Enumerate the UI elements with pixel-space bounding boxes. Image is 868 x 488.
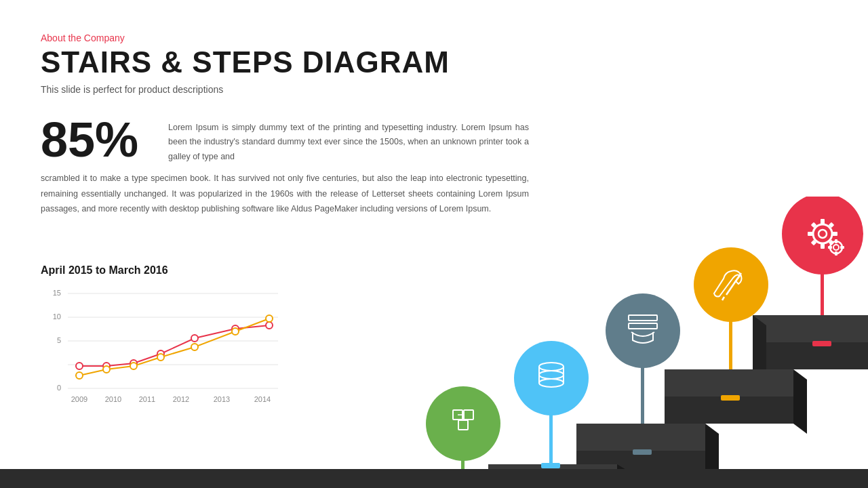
bottom-bar bbox=[0, 469, 868, 488]
svg-point-28 bbox=[266, 315, 273, 322]
chart-container: 15 10 5 0 2009 2010 2011 2012 2013 2014 bbox=[41, 283, 285, 412]
chart-title: April 2015 to March 2016 bbox=[41, 264, 298, 277]
svg-text:10: 10 bbox=[53, 312, 61, 321]
svg-rect-80 bbox=[808, 232, 813, 236]
svg-rect-81 bbox=[832, 232, 837, 236]
svg-point-22 bbox=[76, 372, 83, 379]
svg-marker-33 bbox=[665, 369, 793, 396]
svg-text:0: 0 bbox=[57, 384, 61, 392]
svg-marker-36 bbox=[576, 424, 705, 451]
svg-marker-29 bbox=[753, 315, 868, 342]
svg-point-25 bbox=[157, 354, 164, 361]
svg-text:2014: 2014 bbox=[254, 395, 271, 403]
stat-text-right: Lorem Ipsum is simply dummy text of the … bbox=[168, 115, 529, 164]
svg-point-23 bbox=[103, 366, 110, 373]
stairs-section bbox=[353, 197, 868, 488]
svg-point-72 bbox=[694, 247, 768, 322]
svg-rect-51 bbox=[633, 449, 652, 455]
svg-text:15: 15 bbox=[53, 289, 61, 297]
svg-marker-30 bbox=[753, 342, 868, 369]
svg-rect-91 bbox=[840, 246, 844, 249]
svg-text:2010: 2010 bbox=[105, 395, 121, 403]
svg-rect-90 bbox=[828, 246, 832, 249]
svg-text:2011: 2011 bbox=[139, 395, 155, 403]
header: About the Company STAIRS & STEPS DIAGRAM… bbox=[41, 33, 450, 95]
svg-text:2013: 2013 bbox=[214, 395, 230, 403]
svg-text:2012: 2012 bbox=[173, 395, 189, 403]
header-description: This slide is perfect for product descri… bbox=[41, 84, 450, 95]
stat-number: 85% bbox=[41, 115, 156, 164]
svg-point-69 bbox=[606, 293, 680, 368]
svg-point-54 bbox=[426, 386, 500, 461]
svg-rect-50 bbox=[541, 463, 560, 468]
svg-point-26 bbox=[191, 344, 198, 350]
svg-rect-88 bbox=[835, 239, 837, 243]
subtitle: About the Company bbox=[41, 33, 450, 43]
svg-rect-52 bbox=[721, 395, 740, 401]
svg-point-15 bbox=[76, 363, 83, 369]
stat-block: 85% Lorem Ipsum is simply dummy text of … bbox=[41, 115, 529, 164]
svg-point-21 bbox=[266, 322, 273, 329]
svg-point-27 bbox=[232, 328, 239, 335]
line-chart: 15 10 5 0 2009 2010 2011 2012 2013 2014 bbox=[41, 283, 285, 409]
slide: About the Company STAIRS & STEPS DIAGRAM… bbox=[0, 0, 868, 488]
main-title: STAIRS & STEPS DIAGRAM bbox=[41, 46, 450, 79]
svg-rect-78 bbox=[821, 219, 825, 224]
svg-point-24 bbox=[130, 363, 137, 369]
svg-marker-35 bbox=[793, 369, 807, 434]
svg-rect-89 bbox=[835, 251, 837, 256]
chart-section: April 2015 to March 2016 15 10 5 0 2009 … bbox=[41, 264, 298, 412]
svg-point-19 bbox=[191, 335, 198, 342]
svg-text:2009: 2009 bbox=[71, 395, 87, 403]
stairs-svg bbox=[353, 197, 868, 488]
svg-rect-79 bbox=[821, 243, 825, 249]
svg-point-75 bbox=[782, 197, 863, 274]
svg-rect-53 bbox=[812, 341, 831, 346]
svg-text:5: 5 bbox=[57, 336, 61, 344]
